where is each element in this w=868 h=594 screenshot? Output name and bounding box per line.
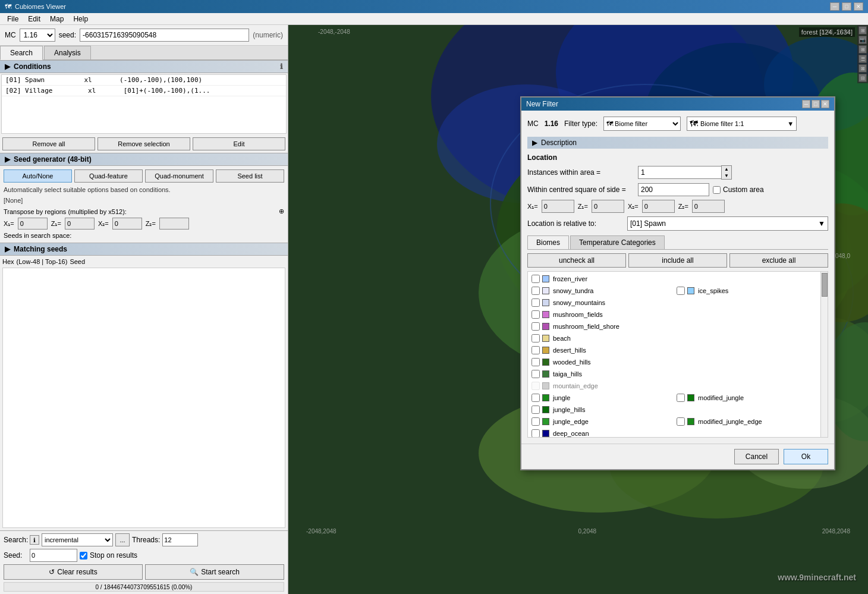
biome-name-jungle: jungle <box>553 394 570 401</box>
transpose-icon[interactable]: ⊕ <box>279 208 284 215</box>
biome-check-ice-spikes[interactable] <box>677 287 685 295</box>
filter-val-select[interactable]: 🗺 Biome filter 1:1 ▼ <box>687 117 797 131</box>
quad-monument-button[interactable]: Quad-monument <box>145 169 213 183</box>
menu-edit[interactable]: Edit <box>23 14 45 24</box>
search-info-button[interactable]: ℹ <box>30 535 39 545</box>
auto-none-button[interactable]: Auto/None <box>4 169 72 183</box>
biome-name-desert-hills: desert_hills <box>553 347 586 354</box>
seed-val-input[interactable] <box>30 549 77 562</box>
temp-categories-tab[interactable]: Temperature Categories <box>570 235 665 249</box>
biome-row-wooded-hills: wooded_hills <box>529 356 593 368</box>
x2-input[interactable] <box>112 218 142 230</box>
condition-row-2[interactable]: [02] Village xl [01]+(-100,-100),(1... <box>2 86 286 96</box>
conditions-header[interactable]: ▶ Conditions ℹ <box>0 60 288 73</box>
biome-check-modified-jungle[interactable] <box>677 394 685 402</box>
stop-on-results-checkbox[interactable] <box>80 552 87 560</box>
seed-label: seed: <box>59 31 76 39</box>
biome-check-jungle-hills[interactable] <box>532 406 540 414</box>
seeds-space: Seeds in search space: <box>4 232 284 239</box>
biome-action-row: uncheck all include all exclude all <box>527 253 828 268</box>
biome-scrollbar-thumb[interactable] <box>822 273 828 297</box>
mc-label: MC <box>5 31 16 39</box>
quad-feature-button[interactable]: Quad-feature <box>74 169 143 183</box>
biome-check-desert-hills[interactable] <box>532 346 540 354</box>
clear-results-button[interactable]: ↺ Clear results <box>4 564 143 580</box>
ok-button[interactable]: Ok <box>784 449 828 464</box>
instances-down[interactable]: ▼ <box>722 172 731 179</box>
matching-seeds-header[interactable]: ▶ Matching seeds <box>0 243 288 256</box>
remove-all-button[interactable]: Remove all <box>2 137 95 150</box>
search-options-button[interactable]: ... <box>115 533 130 546</box>
biomes-tab[interactable]: Biomes <box>527 235 569 249</box>
description-header[interactable]: ▶ Description <box>527 137 828 149</box>
edit-button[interactable]: Edit <box>193 137 285 150</box>
mc-version-select[interactable]: 1.16 <box>20 29 55 42</box>
biome-check-jungle-edge[interactable] <box>532 417 540 426</box>
x1-coord-input[interactable] <box>542 200 574 213</box>
location-rel-select[interactable]: [01] Spawn ▼ <box>627 216 828 231</box>
seed-list-button[interactable]: Seed list <box>216 169 284 183</box>
instances-up[interactable]: ▲ <box>722 166 731 172</box>
biome-check-mushroom-field-shore[interactable] <box>532 322 540 331</box>
matching-seeds-textarea[interactable] <box>2 268 285 528</box>
z1-coord-input[interactable] <box>592 200 624 213</box>
biome-check-deep-ocean[interactable] <box>532 429 540 438</box>
side-row: Within centred square of side = Custom a… <box>527 183 828 196</box>
remove-selection-button[interactable]: Remove selection <box>98 137 190 150</box>
biome-check-snowy-tundra[interactable] <box>532 287 540 295</box>
z1-input[interactable] <box>65 218 95 230</box>
biome-check-wooded-hills[interactable] <box>532 358 540 366</box>
minimize-button[interactable]: ─ <box>830 2 839 11</box>
instances-input[interactable] <box>638 166 721 179</box>
x2-coord-input[interactable] <box>642 200 675 213</box>
location-rel-row: Location is relative to: [01] Spawn ▼ <box>527 216 828 231</box>
biome-check-mushroom-fields[interactable] <box>532 310 540 319</box>
custom-area-checkbox[interactable] <box>713 186 721 194</box>
side-input[interactable] <box>638 183 709 196</box>
condition-row-1[interactable]: [01] Spawn xl (-100,-100),(100,100) <box>2 75 286 86</box>
tab-search[interactable]: Search <box>0 46 43 60</box>
biome-check-snowy-mountains[interactable] <box>532 298 540 307</box>
menu-file[interactable]: File <box>2 14 23 24</box>
biome-color-deep-ocean <box>542 430 549 437</box>
conditions-info-icon[interactable]: ℹ <box>280 62 283 71</box>
dialog-minimize[interactable]: ─ <box>802 100 810 108</box>
biome-name-jungle-edge: jungle_edge <box>553 418 589 425</box>
uncheck-all-button[interactable]: uncheck all <box>527 253 626 268</box>
biome-check-taiga-hills[interactable] <box>532 370 540 378</box>
search-type-select[interactable]: incremental <box>42 533 113 546</box>
menu-help[interactable]: Help <box>68 14 93 24</box>
seed-gen-header[interactable]: ▶ Seed generator (48-bit) <box>0 153 288 166</box>
close-button[interactable]: ✕ <box>854 2 863 11</box>
maximize-button[interactable]: □ <box>842 2 851 11</box>
dialog-maximize[interactable]: □ <box>812 100 820 108</box>
biome-name-snowy-mountains: snowy_mountains <box>553 299 605 306</box>
biome-check-frozen-river[interactable] <box>532 275 540 283</box>
biome-check-beach[interactable] <box>532 334 540 342</box>
filter-type-select[interactable]: 🗺 Biome filter <box>603 117 681 131</box>
seed-gen-content: Auto/None Quad-feature Quad-monument See… <box>0 166 288 243</box>
z2-input[interactable] <box>159 218 189 230</box>
cancel-button[interactable]: Cancel <box>734 449 779 464</box>
start-search-button[interactable]: 🔍 Start search <box>145 564 284 580</box>
progress-bar: 0 / 18446744073709551615 (0.00%) <box>4 582 284 592</box>
x2-coord-label: X₂= <box>628 203 639 210</box>
biome-scrollbar[interactable] <box>820 272 828 437</box>
z2-coord-input[interactable] <box>692 200 725 213</box>
z2-label: Z₂= <box>146 220 156 228</box>
seed-input[interactable] <box>80 29 249 42</box>
location-rel-value: [01] Spawn <box>630 219 666 228</box>
threads-input[interactable] <box>162 533 198 546</box>
tab-analysis[interactable]: Analysis <box>44 46 91 59</box>
include-all-button[interactable]: include all <box>628 253 727 268</box>
biome-list-container[interactable]: frozen_river snowy_tundra <box>527 271 828 438</box>
right-panel[interactable]: -2048,-2048 2048,-2048 2048,0 -2048,2048… <box>288 25 868 594</box>
x1-input[interactable] <box>18 218 48 230</box>
location-rel-label: Location is relative to: <box>527 219 622 228</box>
menu-map[interactable]: Map <box>45 14 68 24</box>
biome-check-jungle[interactable] <box>532 394 540 402</box>
dialog-close[interactable]: ✕ <box>821 100 829 108</box>
exclude-all-button[interactable]: exclude all <box>729 253 828 268</box>
biome-color-frozen-river <box>542 275 549 282</box>
biome-check-modified-jungle-edge[interactable] <box>677 417 685 426</box>
